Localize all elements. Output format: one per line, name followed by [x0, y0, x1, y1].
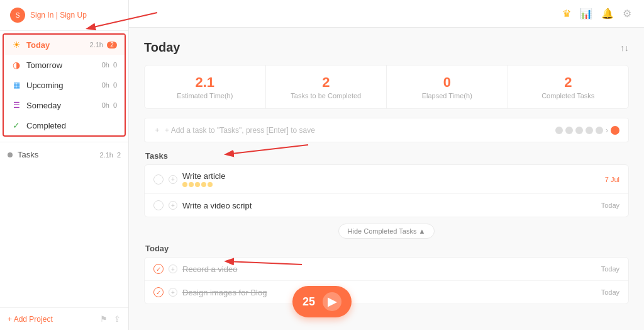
sort-button[interactable]: ↑↓	[620, 43, 629, 53]
task-checkbox-design-images[interactable]	[153, 287, 164, 297]
avatar: S	[10, 8, 25, 23]
completed-icon: ✓	[11, 120, 21, 130]
upcoming-icon: ▦	[11, 80, 21, 90]
hide-completed-container: Hide Completed Tasks ▲	[144, 224, 629, 239]
hide-completed-button[interactable]: Hide Completed Tasks ▲	[338, 224, 435, 239]
task-name-design-images: Design images for Blog	[182, 288, 596, 297]
dot-3[interactable]	[575, 127, 583, 134]
someday-meta: 0h 0	[102, 101, 117, 109]
sidebar-item-today-label: Today	[26, 40, 85, 50]
add-project-label: + Add Project	[8, 315, 53, 324]
settings-icon[interactable]: ⚙	[623, 8, 631, 20]
task-item-design-images: + Design images for Blog Today	[145, 281, 628, 304]
completed-section-title: Today	[144, 244, 629, 253]
add-task-text: + Add a task to "Tasks", press [Enter] t…	[165, 126, 315, 135]
add-task-bar[interactable]: ＋ + Add a task to "Tasks", press [Enter]…	[144, 118, 629, 142]
plus-icon: ＋	[153, 125, 161, 135]
task-name-video-script: Write a video script	[182, 201, 596, 210]
timer-play-button[interactable]: ▶	[323, 292, 341, 311]
sidebar-item-upcoming[interactable]: ▦ Upcoming 0h 0	[4, 75, 125, 95]
project-meta: 2.1h 2	[99, 151, 121, 159]
star-4	[201, 182, 206, 187]
task-checkbox-record-video[interactable]	[153, 264, 164, 274]
sun-icon: ☀	[11, 40, 21, 50]
bell-icon[interactable]: 🔔	[601, 8, 614, 20]
task-checkbox-video-script[interactable]	[153, 200, 164, 210]
task-expand-record-video[interactable]: +	[169, 265, 177, 273]
star-5	[208, 182, 213, 187]
star-2	[189, 182, 194, 187]
dot-1[interactable]	[555, 127, 563, 134]
stat-elapsed-time: 0 Elapsed Time(h)	[387, 65, 508, 108]
sidebar-header: S Sign In | Sign Up	[0, 0, 128, 31]
stat-estimated-value: 2.1	[150, 74, 260, 91]
sidebar-item-today[interactable]: ☀ Today 2.1h 2	[4, 35, 125, 55]
sidebar-item-completed[interactable]: ✓ Completed	[4, 115, 125, 135]
task-date-record-video: Today	[601, 265, 619, 273]
stat-elapsed-label: Elapsed Time(h)	[392, 92, 502, 100]
main-content: ♛ 📊 🔔 ⚙ Today ↑↓ 2.1 Estimated Time(h) 2…	[129, 0, 644, 330]
sidebar-item-upcoming-label: Upcoming	[26, 81, 97, 90]
star-1	[182, 182, 187, 187]
add-task-hint: ＋ + Add a task to "Tasks", press [Enter]…	[153, 125, 315, 135]
sidebar-item-someday[interactable]: ☰ Someday 0h 0	[4, 95, 125, 115]
dot-5[interactable]	[596, 127, 603, 134]
topbar: ♛ 📊 🔔 ⚙	[129, 0, 644, 28]
app-container: S Sign In | Sign Up ☀ Today 2.1h 2 ◑ Tom…	[0, 0, 644, 330]
dot-active[interactable]	[611, 126, 619, 135]
project-count: 2	[117, 151, 121, 159]
sidebar: S Sign In | Sign Up ☀ Today 2.1h 2 ◑ Tom…	[0, 0, 129, 330]
task-expand-design-images[interactable]: +	[169, 288, 177, 297]
sidebar-item-tomorrow[interactable]: ◑ Tomorrow 0h 0	[4, 55, 125, 75]
task-expand-video-script[interactable]: +	[169, 201, 177, 210]
task-expand-write-article[interactable]: +	[169, 175, 177, 184]
timer-widget[interactable]: 25 ▶	[292, 286, 352, 317]
tag-icon[interactable]: ⚑	[100, 314, 108, 324]
add-project-button[interactable]: + Add Project	[8, 315, 53, 324]
sidebar-divider	[0, 142, 128, 142]
task-item-video-script: + Write a video script Today	[145, 194, 628, 217]
tomorrow-icon: ◑	[11, 60, 21, 70]
chevron-right-icon[interactable]: ›	[606, 126, 608, 135]
stat-tasks-value: 2	[271, 74, 382, 91]
auth-link[interactable]: Sign In | Sign Up	[30, 11, 87, 20]
today-count: 2	[107, 42, 117, 48]
page-title: Today	[144, 40, 180, 55]
tomorrow-time: 0h	[102, 61, 109, 69]
task-checkbox-write-article[interactable]	[153, 174, 164, 185]
project-label: Tasks	[18, 150, 94, 159]
dot-2[interactable]	[565, 127, 573, 134]
upcoming-count: 0	[113, 81, 117, 89]
task-list-active: + Write article 7 Jul	[144, 164, 629, 217]
sidebar-item-someday-label: Someday	[26, 101, 97, 110]
stats-row: 2.1 Estimated Time(h) 2 Tasks to be Comp…	[144, 65, 629, 109]
priority-dots: ›	[555, 126, 619, 135]
task-date-video-script: Today	[601, 202, 619, 209]
task-item-record-video: + Record a video Today	[145, 258, 628, 281]
stat-estimated-label: Estimated Time(h)	[150, 92, 260, 100]
dot-4[interactable]	[586, 127, 593, 134]
someday-icon: ☰	[11, 100, 21, 110]
timer-count: 25	[303, 295, 315, 309]
someday-count: 0	[113, 101, 117, 109]
task-date-write-article: 7 Jul	[605, 176, 619, 183]
footer-icons: ⚑ ⇪	[100, 314, 121, 324]
play-icon: ▶	[328, 295, 336, 309]
project-dot	[8, 152, 13, 157]
content-area: Today ↑↓ 2.1 Estimated Time(h) 2 Tasks t…	[129, 28, 644, 330]
task-item-write-article: + Write article 7 Jul	[145, 165, 628, 194]
stat-tasks-to-complete: 2 Tasks to be Completed	[266, 65, 387, 108]
task-date-design-images: Today	[601, 288, 619, 296]
stat-tasks-label: Tasks to be Completed	[271, 92, 382, 100]
share-icon[interactable]: ⇪	[114, 314, 121, 324]
sidebar-item-tomorrow-label: Tomorrow	[26, 60, 97, 70]
upcoming-time: 0h	[102, 81, 109, 89]
project-tasks[interactable]: Tasks 2.1h 2	[0, 145, 128, 164]
sidebar-item-completed-label: Completed	[26, 121, 117, 130]
chart-icon[interactable]: 📊	[580, 8, 592, 20]
sidebar-footer: + Add Project ⚑ ⇪	[0, 307, 128, 330]
project-time: 2.1h	[99, 151, 113, 159]
crown-icon[interactable]: ♛	[562, 8, 571, 20]
upcoming-meta: 0h 0	[102, 81, 117, 89]
task-name-record-video: Record a video	[182, 265, 596, 274]
